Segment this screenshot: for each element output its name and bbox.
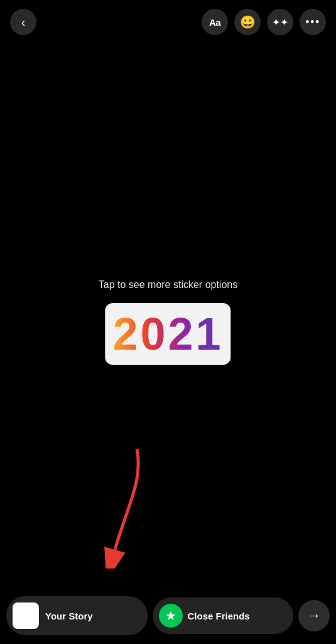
close-friends-button[interactable]: ★ Close Friends bbox=[153, 597, 294, 634]
sparkle-icon: ✦✦ bbox=[272, 16, 288, 28]
story-thumbnail bbox=[13, 602, 39, 629]
send-button[interactable]: → bbox=[298, 600, 330, 631]
green-star-icon: ★ bbox=[159, 604, 183, 628]
dots-icon: ••• bbox=[305, 16, 320, 29]
send-arrow-icon: → bbox=[307, 608, 321, 624]
effects-button[interactable]: ✦✦ bbox=[267, 9, 293, 35]
back-icon: ‹ bbox=[21, 15, 26, 30]
text-icon: Aa bbox=[209, 17, 220, 28]
top-bar: ‹ Aa 😀 ✦✦ ••• bbox=[0, 0, 336, 44]
tap-hint-text: Tap to see more sticker options bbox=[99, 279, 237, 291]
your-story-button[interactable]: Your Story bbox=[6, 596, 148, 635]
bottom-bar: Your Story ★ Close Friends → bbox=[0, 587, 336, 644]
top-right-buttons: Aa 😀 ✦✦ ••• bbox=[202, 9, 326, 35]
main-content: Tap to see more sticker options 2021 bbox=[99, 279, 237, 365]
back-button[interactable]: ‹ bbox=[10, 9, 36, 35]
red-arrow bbox=[93, 443, 156, 569]
star-symbol: ★ bbox=[165, 608, 176, 623]
text-style-button[interactable]: Aa bbox=[202, 9, 228, 35]
sticker-button[interactable]: 😀 bbox=[234, 9, 261, 35]
face-icon: 😀 bbox=[240, 14, 256, 30]
sticker-container[interactable]: 2021 bbox=[105, 303, 230, 365]
sticker-2021: 2021 bbox=[112, 309, 223, 359]
more-button[interactable]: ••• bbox=[300, 9, 326, 35]
svg-marker-1 bbox=[106, 553, 124, 569]
your-story-label: Your Story bbox=[45, 611, 93, 621]
close-friends-label: Close Friends bbox=[188, 611, 250, 621]
